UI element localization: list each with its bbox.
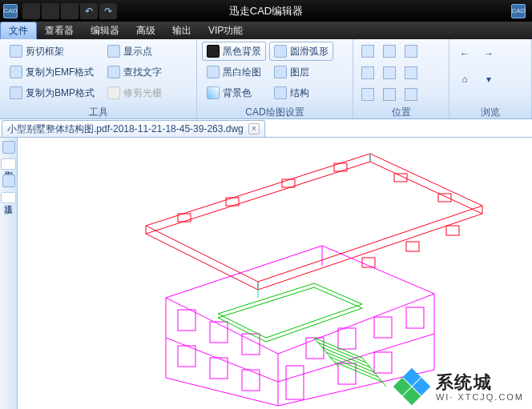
dock-icon-2[interactable] <box>2 174 15 187</box>
label: 圆滑弧形 <box>290 45 328 58</box>
svg-rect-27 <box>338 328 356 349</box>
pos-btn-3[interactable] <box>401 42 421 61</box>
group-label: 工具 <box>5 106 191 118</box>
svg-marker-15 <box>166 246 434 354</box>
workspace: 刷库 送接 <box>0 138 532 409</box>
btn-smooth-arc[interactable]: 圆滑弧形 <box>269 42 333 61</box>
svg-rect-31 <box>374 352 392 373</box>
qat-open[interactable] <box>42 3 59 19</box>
zoom-icon <box>383 45 396 58</box>
nav-down[interactable]: ▾ <box>478 69 499 90</box>
pos-btn-4[interactable] <box>358 63 377 82</box>
close-icon[interactable]: × <box>248 123 260 134</box>
group-label: CAD绘图设置 <box>202 106 348 118</box>
qat-undo[interactable]: ↶ <box>80 3 98 19</box>
ribbon-group-position: 位置 <box>353 39 449 118</box>
svg-rect-29 <box>406 307 424 328</box>
document-tab-bar: 小型别墅整体结构图.pdf-2018-11-21-18-45-39-263.dw… <box>0 119 532 138</box>
dock-item-1[interactable]: 刷库 <box>1 158 16 170</box>
watermark-title: 系统城 <box>436 373 524 392</box>
title-bar: CAD ↶ ↷ 迅走CAD编辑器 CAD <box>0 0 532 22</box>
tab-vip[interactable]: VIP功能 <box>200 22 252 39</box>
bgcolor-icon <box>207 86 220 99</box>
nav-fwd[interactable]: → <box>478 43 499 64</box>
pos-btn-2[interactable] <box>380 42 399 61</box>
watermark-sub: WI· XTCJQ.COM <box>436 392 524 402</box>
tab-editor[interactable]: 编辑器 <box>83 22 128 39</box>
btn-copy-emf[interactable]: 复制为EMF格式 <box>5 62 99 82</box>
cad-drawing <box>18 138 532 409</box>
arc-icon <box>274 45 287 58</box>
btn-bg-color[interactable]: 背景色 <box>202 83 266 102</box>
tab-file[interactable]: 文件 <box>0 22 37 39</box>
point-icon <box>107 45 120 58</box>
grid3-icon <box>405 66 417 79</box>
pos-btn-5[interactable] <box>380 63 399 82</box>
app-icon: CAD <box>3 4 18 18</box>
ribbon-group-cad: 黑色背景 黑白绘图 背景色 圆滑弧形 图层 结构 CAD绘图设置 <box>197 39 353 118</box>
btn-layers[interactable]: 图层 <box>269 62 333 82</box>
pan-icon <box>383 88 396 101</box>
svg-rect-25 <box>242 370 260 391</box>
nav-back[interactable]: ← <box>454 43 475 64</box>
label: 查找文字 <box>123 66 162 79</box>
arrow-left-icon: ← <box>460 48 470 59</box>
svg-rect-28 <box>374 317 392 338</box>
pos-btn-8[interactable] <box>380 85 399 104</box>
btn-trim-raster[interactable]: 修剪光栅 <box>103 83 167 102</box>
nav-home[interactable]: ⌂ <box>454 69 475 90</box>
btn-find-text[interactable]: 查找文字 <box>103 62 167 82</box>
undo-icon: ↶ <box>85 6 93 17</box>
pos-btn-1[interactable] <box>358 42 377 61</box>
search-icon <box>107 66 120 78</box>
menu-bar: 文件 查看器 编辑器 高级 输出 VIP功能 <box>0 22 532 39</box>
left-dock: 刷库 送接 <box>0 138 18 409</box>
quick-access-toolbar: ↶ ↷ <box>22 3 117 19</box>
pos-btn-7[interactable] <box>358 85 377 104</box>
btn-copy-bmp[interactable]: 复制为BMP格式 <box>5 83 99 102</box>
btn-structure[interactable]: 结构 <box>269 83 333 102</box>
qat-new[interactable] <box>22 3 40 19</box>
dock-icon[interactable] <box>2 141 15 154</box>
label: 黑色背景 <box>223 45 261 58</box>
label: 显示点 <box>123 45 152 58</box>
watermark: 系统城 WI· XTCJQ.COM <box>396 371 524 404</box>
btn-show-point[interactable]: 显示点 <box>103 42 167 61</box>
fit-icon <box>361 88 374 101</box>
label: 修剪光栅 <box>123 86 162 100</box>
layers-icon <box>274 66 287 78</box>
label: 背景色 <box>223 86 252 100</box>
btn-black-bg[interactable]: 黑色背景 <box>202 42 266 61</box>
dock-item-2[interactable]: 送接 <box>1 192 16 203</box>
btn-cut-frame[interactable]: 剪切框架 <box>5 42 99 61</box>
pos-btn-6[interactable] <box>401 63 421 82</box>
svg-rect-21 <box>210 322 228 343</box>
scissors-icon <box>10 45 22 58</box>
svg-line-36 <box>318 343 366 363</box>
svg-rect-11 <box>438 194 451 202</box>
drawing-canvas[interactable]: 系统城 WI· XTCJQ.COM <box>18 138 532 409</box>
ribbon-group-tools: 剪切框架 复制为EMF格式 复制为BMP格式 显示点 查找文字 修剪光栅 工具 <box>0 39 197 118</box>
svg-rect-20 <box>178 310 195 331</box>
tab-advanced[interactable]: 高级 <box>128 22 164 39</box>
pos-btn-9[interactable] <box>401 85 421 104</box>
tab-output[interactable]: 输出 <box>164 22 200 39</box>
home-icon: ⌂ <box>461 74 467 85</box>
qat-redo[interactable]: ↷ <box>99 3 117 19</box>
tab-viewer[interactable]: 查看器 <box>37 22 83 39</box>
structure-icon <box>274 86 287 99</box>
group-label: 浏览 <box>454 106 526 118</box>
app-badge-icon: CAD <box>511 4 526 18</box>
svg-line-39 <box>330 357 378 377</box>
svg-line-40 <box>334 362 382 382</box>
zoomout-icon <box>383 66 396 79</box>
document-tab[interactable]: 小型别墅整体结构图.pdf-2018-11-21-18-45-39-263.dw… <box>2 120 265 137</box>
svg-line-38 <box>326 352 374 372</box>
qat-save[interactable] <box>61 3 79 19</box>
svg-marker-34 <box>218 287 362 342</box>
svg-rect-32 <box>286 366 304 399</box>
ribbon: 剪切框架 复制为EMF格式 复制为BMP格式 显示点 查找文字 修剪光栅 工具 … <box>0 39 532 119</box>
blackbg-icon <box>207 45 220 58</box>
btn-bw-draw[interactable]: 黑白绘图 <box>202 62 266 82</box>
label: 复制为BMP格式 <box>26 86 95 100</box>
